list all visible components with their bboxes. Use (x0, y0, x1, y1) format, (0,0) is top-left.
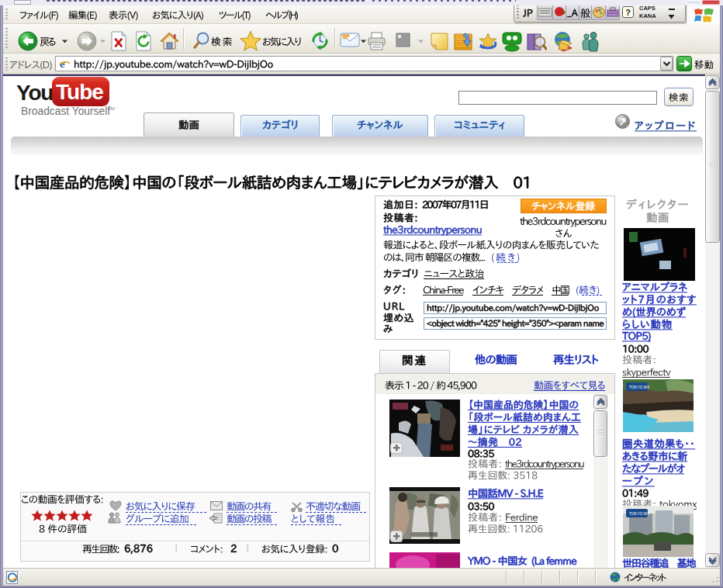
svg-text:Tube: Tube (56, 80, 103, 104)
svg-text:TOKYO MX: TOKYO MX (629, 385, 650, 389)
svg-text:You: You (16, 81, 53, 105)
svg-text:?: ? (625, 8, 631, 17)
svg-text:TOKYO MX: TOKYO MX (629, 511, 650, 516)
